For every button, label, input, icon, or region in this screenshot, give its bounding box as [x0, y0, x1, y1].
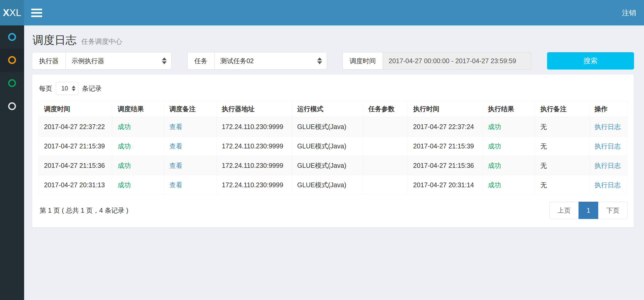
cell-handle-result: 成功	[483, 117, 535, 137]
circle-icon	[8, 102, 16, 110]
execution-log-link[interactable]: 执行日志	[594, 123, 621, 130]
page-size-select[interactable]: 10	[56, 82, 78, 95]
status-success-text: 成功	[488, 123, 501, 130]
col-header-handle-msg: 执行备注	[535, 101, 589, 117]
search-button[interactable]: 搜索	[547, 52, 634, 69]
cell-executor-address: 172.24.110.230:9999	[216, 137, 292, 156]
col-header-trigger-msg: 调度备注	[164, 101, 216, 117]
table-row: 2017-04-27 20:31:13 成功 查看 172.24.110.230…	[39, 175, 627, 195]
col-header-trigger-time: 调度时间	[39, 101, 112, 117]
status-success-text: 成功	[118, 162, 131, 169]
cell-trigger-time: 2017-04-27 20:31:13	[39, 175, 112, 195]
cell-trigger-time: 2017-04-27 22:37:22	[39, 117, 112, 137]
table-row: 2017-04-27 21:15:39 成功 查看 172.24.110.230…	[39, 137, 627, 156]
sidebar-item-2-active[interactable]	[0, 49, 24, 72]
trigger-time-range-value: 2017-04-27 00:00:00 - 2017-04-27 23:59:5…	[389, 57, 516, 65]
cell-job-param	[363, 117, 408, 137]
view-trigger-msg-link[interactable]: 查看	[170, 123, 183, 130]
cell-glue-type: GLUE模式(Java)	[292, 137, 363, 156]
cell-executor-address: 172.24.110.230:9999	[216, 175, 292, 195]
navbar-right: 注销	[614, 0, 644, 25]
sidebar-toggle-button[interactable]	[24, 0, 49, 25]
executor-select-value: 示例执行器	[72, 57, 104, 65]
view-trigger-msg-link[interactable]: 查看	[170, 162, 183, 169]
app-logo-text: XL	[9, 7, 21, 18]
cell-trigger-result: 成功	[112, 137, 164, 156]
cell-trigger-msg: 查看	[164, 175, 216, 195]
col-header-executor-address: 执行器地址	[216, 101, 292, 117]
top-navbar: XXL 注销	[0, 0, 644, 25]
executor-select[interactable]: 示例执行器	[66, 52, 172, 69]
page-size-value: 10	[61, 85, 68, 92]
col-header-action: 操作	[589, 101, 627, 117]
cell-handle-result: 成功	[483, 137, 535, 156]
executor-filter-label: 执行器	[32, 52, 66, 69]
cell-trigger-time: 2017-04-27 21:15:36	[39, 156, 112, 175]
trigger-time-filter-label: 调度时间	[342, 52, 383, 69]
cell-handle-msg: 无	[535, 117, 589, 137]
page-size-control: 每页 10 条记录	[39, 82, 627, 95]
col-header-job-param: 任务参数	[363, 101, 408, 117]
hamburger-icon	[31, 9, 42, 10]
execution-log-link[interactable]: 执行日志	[594, 181, 621, 189]
circle-icon	[8, 56, 16, 64]
status-success-text: 成功	[118, 123, 131, 130]
updown-arrows-icon	[317, 57, 322, 64]
circle-icon	[8, 79, 16, 87]
view-trigger-msg-link[interactable]: 查看	[170, 142, 183, 150]
pagination-bar: 第 1 页 ( 总共 1 页，4 条记录 ) 上页 1 下页	[39, 202, 627, 219]
page-header: 调度日志 任务调度中心	[32, 33, 634, 47]
cell-handle-time: 2017-04-27 21:15:36	[408, 156, 482, 175]
app-logo[interactable]: XXL	[0, 0, 24, 25]
cell-glue-type: GLUE模式(Java)	[292, 156, 363, 175]
col-header-handle-result: 执行结果	[483, 101, 535, 117]
col-header-handle-time: 执行时间	[408, 101, 482, 117]
logout-link[interactable]: 注销	[614, 0, 644, 25]
page-subtitle: 任务调度中心	[81, 38, 122, 45]
table-header-row: 调度时间 调度结果 调度备注 执行器地址 运行模式 任务参数 执行时间 执行结果…	[39, 101, 627, 117]
table-row: 2017-04-27 21:15:36 成功 查看 172.24.110.230…	[39, 156, 627, 175]
col-header-glue-type: 运行模式	[292, 101, 363, 117]
status-success-text: 成功	[118, 181, 131, 189]
cell-job-param	[363, 156, 408, 175]
cell-handle-msg: 无	[535, 156, 589, 175]
sidebar-item-3[interactable]	[0, 72, 24, 95]
cell-handle-time: 2017-04-27 22:37:24	[408, 117, 482, 137]
page-number-button-current[interactable]: 1	[578, 202, 598, 219]
page-title: 调度日志	[32, 34, 77, 46]
cell-trigger-result: 成功	[112, 156, 164, 175]
job-filter-group: 任务 测试任务02	[187, 52, 327, 69]
sidebar-item-1[interactable]	[0, 25, 24, 49]
execution-log-link[interactable]: 执行日志	[594, 162, 621, 169]
prev-page-button[interactable]: 上页	[549, 202, 579, 219]
cell-action: 执行日志	[589, 117, 627, 137]
view-trigger-msg-link[interactable]: 查看	[170, 181, 183, 189]
status-success-text: 成功	[118, 142, 131, 150]
page-size-prefix-label: 每页	[39, 84, 52, 93]
page-size-suffix-label: 条记录	[82, 84, 102, 93]
col-header-trigger-result: 调度结果	[112, 101, 164, 117]
cell-handle-msg: 无	[535, 137, 589, 156]
job-select[interactable]: 测试任务02	[214, 52, 327, 69]
cell-action: 执行日志	[589, 175, 627, 195]
cell-handle-result: 成功	[483, 175, 535, 195]
next-page-button[interactable]: 下页	[598, 202, 627, 219]
circle-icon	[8, 33, 16, 41]
trigger-time-range-input[interactable]: 2017-04-27 00:00:00 - 2017-04-27 23:59:5…	[383, 52, 531, 69]
execution-log-link[interactable]: 执行日志	[594, 142, 621, 150]
dispatch-log-table: 调度时间 调度结果 调度备注 执行器地址 运行模式 任务参数 执行时间 执行结果…	[39, 101, 627, 195]
cell-executor-address: 172.24.110.230:9999	[216, 156, 292, 175]
cell-executor-address: 172.24.110.230:9999	[216, 117, 292, 137]
cell-glue-type: GLUE模式(Java)	[292, 175, 363, 195]
table-row: 2017-04-27 22:37:22 成功 查看 172.24.110.230…	[39, 117, 627, 137]
sidebar-item-4[interactable]	[0, 95, 24, 118]
cell-trigger-result: 成功	[112, 117, 164, 137]
cell-job-param	[363, 175, 408, 195]
cell-trigger-result: 成功	[112, 175, 164, 195]
status-success-text: 成功	[488, 181, 501, 189]
status-success-text: 成功	[488, 162, 501, 169]
cell-handle-time: 2017-04-27 21:15:39	[408, 137, 482, 156]
updown-arrows-icon	[162, 57, 167, 64]
cell-action: 执行日志	[589, 137, 627, 156]
filter-toolbar: 执行器 示例执行器 任务 测试任务02 调度时间 2017-04-27 00:0…	[32, 52, 634, 69]
